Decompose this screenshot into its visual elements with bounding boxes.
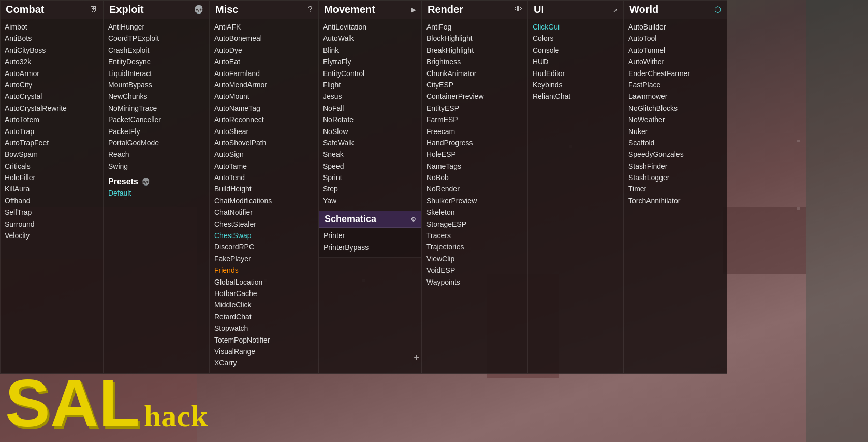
list-item[interactable]: AutoBuilder	[628, 21, 723, 33]
list-item[interactable]: FakePlayer	[214, 253, 314, 264]
list-item[interactable]: BowSpam	[5, 149, 99, 160]
list-item[interactable]: HandProgress	[426, 137, 523, 149]
list-item[interactable]: Default	[108, 187, 205, 199]
list-item[interactable]: BuildHeight	[214, 183, 314, 195]
list-item[interactable]: PrinterBypass	[323, 242, 417, 253]
list-item[interactable]: HudEditor	[533, 68, 619, 79]
list-item[interactable]: CityESP	[426, 79, 523, 91]
list-item[interactable]: ShulkerPreview	[426, 195, 523, 207]
list-item[interactable]: SpeedyGonzales	[628, 149, 723, 160]
list-item[interactable]: ChatNotifier	[214, 207, 314, 218]
list-item[interactable]: ReliantChat	[533, 91, 619, 102]
list-item[interactable]: AntiFog	[426, 21, 523, 33]
list-item[interactable]: Colors	[533, 33, 619, 44]
list-item[interactable]: NewChunks	[108, 91, 205, 102]
list-item[interactable]: LiquidInteract	[108, 68, 205, 79]
list-item[interactable]: FastPlace	[628, 79, 723, 91]
list-item[interactable]: AutoTunnel	[628, 45, 723, 56]
list-item[interactable]: Step	[323, 183, 417, 195]
list-item[interactable]: Waypoints	[426, 276, 523, 288]
list-item[interactable]: Sprint	[323, 172, 417, 183]
list-item[interactable]: NoRotate	[323, 114, 417, 125]
list-item[interactable]: Trajectories	[426, 241, 523, 253]
list-item[interactable]: NoMiningTrace	[108, 102, 205, 114]
list-item[interactable]: SelfTrap	[5, 207, 99, 218]
list-item[interactable]: Speed	[323, 160, 417, 172]
list-item[interactable]: MountBypass	[108, 79, 205, 91]
list-item[interactable]: Swing	[108, 160, 205, 172]
list-item[interactable]: Offhand	[5, 195, 99, 207]
list-item[interactable]: AutoArmor	[5, 68, 99, 79]
list-item[interactable]: TorchAnnihilator	[628, 195, 723, 207]
list-item[interactable]: AutoSign	[214, 149, 314, 160]
list-item[interactable]: Velocity	[5, 230, 99, 241]
list-item[interactable]: AutoShovelPath	[214, 137, 314, 149]
list-item[interactable]: AutoTrapFeet	[5, 137, 99, 149]
list-item[interactable]: Skeleton	[426, 207, 523, 218]
list-item[interactable]: AntiCityBoss	[5, 45, 99, 56]
list-item[interactable]: VisualRange	[214, 346, 314, 357]
list-item[interactable]: EntityESP	[426, 102, 523, 114]
list-item[interactable]: ChunkAnimator	[426, 68, 523, 79]
list-item[interactable]: AutoMount	[214, 91, 314, 102]
list-item[interactable]: AutoCrystalRewrite	[5, 102, 99, 114]
list-item[interactable]: Printer	[323, 230, 417, 241]
list-item[interactable]: BlockHighlight	[426, 33, 523, 44]
list-item[interactable]: Freecam	[426, 126, 523, 137]
list-item[interactable]: AntiBots	[5, 33, 99, 44]
list-item[interactable]: AutoTrap	[5, 126, 99, 137]
list-item[interactable]: Lawnmower	[628, 91, 723, 102]
list-item[interactable]: ElytraFly	[323, 56, 417, 67]
list-item[interactable]: CoordTPExploit	[108, 33, 205, 44]
list-item[interactable]: CrashExploit	[108, 45, 205, 56]
list-item[interactable]: AutoDye	[214, 45, 314, 56]
list-item[interactable]: AutoBonemeal	[214, 33, 314, 44]
list-item[interactable]: NoRender	[426, 183, 523, 195]
list-item[interactable]: Reach	[108, 149, 205, 160]
list-item[interactable]: Yaw	[323, 195, 417, 207]
list-item[interactable]: BreakHighlight	[426, 45, 523, 56]
list-item[interactable]: AutoWalk	[323, 33, 417, 44]
list-item[interactable]: Stopwatch	[214, 322, 314, 334]
list-item[interactable]: ChatModifications	[214, 195, 314, 207]
list-item[interactable]: PacketCanceller	[108, 114, 205, 125]
list-item[interactable]: Brightness	[426, 56, 523, 67]
list-item[interactable]: AutoTame	[214, 160, 314, 172]
list-item[interactable]: HoleESP	[426, 149, 523, 160]
list-item[interactable]: AntiHunger	[108, 21, 205, 33]
list-item[interactable]: Blink	[323, 45, 417, 56]
list-item[interactable]: Console	[533, 45, 619, 56]
list-item[interactable]: NoSlow	[323, 126, 417, 137]
list-item[interactable]: EntityControl	[323, 68, 417, 79]
list-item[interactable]: NoWeather	[628, 114, 723, 125]
list-item[interactable]: FarmESP	[426, 114, 523, 125]
list-item[interactable]: PortalGodMode	[108, 137, 205, 149]
list-item[interactable]: KillAura	[5, 183, 99, 195]
list-item[interactable]: EnderChestFarmer	[628, 68, 723, 79]
list-item[interactable]: GlobalLocation	[214, 276, 314, 288]
list-item[interactable]: HoleFiller	[5, 172, 99, 183]
list-item[interactable]: AutoShear	[214, 126, 314, 137]
list-item[interactable]: MiddleClick	[214, 299, 314, 311]
list-item[interactable]: Criticals	[5, 160, 99, 172]
list-item[interactable]: StorageESP	[426, 218, 523, 230]
list-item[interactable]: AntiLevitation	[323, 21, 417, 33]
list-item[interactable]: ChestSwap	[214, 230, 314, 241]
list-item[interactable]: Nuker	[628, 126, 723, 137]
list-item[interactable]: Jesus	[323, 91, 417, 102]
list-item[interactable]: Flight	[323, 79, 417, 91]
list-item[interactable]: AutoCity	[5, 79, 99, 91]
list-item[interactable]: ContainerPreview	[426, 91, 523, 102]
list-item[interactable]: AutoCrystal	[5, 91, 99, 102]
list-item[interactable]: Friends	[214, 264, 314, 276]
list-item[interactable]: Auto32k	[5, 56, 99, 67]
list-item[interactable]: SafeWalk	[323, 137, 417, 149]
list-item[interactable]: ClickGui	[533, 21, 619, 33]
list-item[interactable]: HotbarCache	[214, 288, 314, 299]
list-item[interactable]: AutoNameTag	[214, 102, 314, 114]
list-item[interactable]: NoBob	[426, 172, 523, 183]
list-item[interactable]: Aimbot	[5, 21, 99, 33]
list-item[interactable]: StashLogger	[628, 172, 723, 183]
list-item[interactable]: Surround	[5, 218, 99, 230]
list-item[interactable]: DiscordRPC	[214, 241, 314, 253]
